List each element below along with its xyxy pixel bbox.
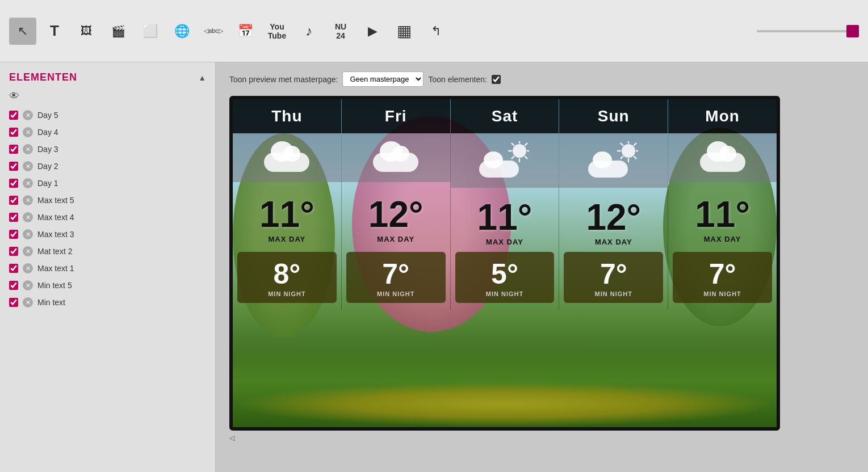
sidebar: ELEMENTEN ▲ 👁 ✕Day 5✕Day 4✕Day 3✕Day 2✕D… — [0, 62, 216, 472]
ticker-tool[interactable]: ◁abc▷ — [200, 18, 227, 45]
weather-col-fri: Fri 12° MAX DAY 7° MIN NIGHT — [342, 99, 451, 310]
layer-label-maxtext5: Max text 5 — [37, 196, 74, 205]
night-box-thu: 8° MIN NIGHT — [237, 252, 337, 303]
layer-remove-maxtext1[interactable]: ✕ — [23, 263, 33, 273]
layer-checkbox-maxtext5[interactable] — [9, 196, 18, 205]
svg-line-17 — [634, 144, 636, 146]
video-tool[interactable]: 🎬 — [104, 18, 132, 45]
layer-remove-maxtext5[interactable]: ✕ — [23, 195, 33, 205]
temp-area-mon: 11° MAX DAY — [695, 182, 750, 252]
layer-remove-day4[interactable]: ✕ — [23, 127, 33, 137]
layer-remove-day2[interactable]: ✕ — [23, 161, 33, 171]
arrow-tool[interactable]: ↰ — [422, 18, 450, 45]
max-temp-thu: 11° — [259, 196, 315, 233]
max-label-sat: MAX DAY — [486, 238, 523, 246]
layer-item-maxtext4[interactable]: ✕Max text 4 — [0, 209, 215, 226]
cloud-icon — [264, 144, 309, 172]
min-temp-sat: 5° — [491, 260, 518, 288]
select-tool[interactable]: ↖ — [9, 18, 36, 45]
visibility-icon[interactable]: 👁 — [0, 90, 215, 107]
layer-item-day3[interactable]: ✕Day 3 — [0, 141, 215, 158]
max-label-sun: MAX DAY — [595, 238, 632, 246]
max-temp-fri: 12° — [368, 196, 423, 233]
layer-label-day1: Day 1 — [37, 179, 58, 188]
layer-item-day2[interactable]: ✕Day 2 — [0, 158, 215, 175]
sidebar-title: ELEMENTEN — [9, 71, 77, 83]
clock-tool[interactable]: NU24 — [327, 18, 354, 45]
layer-checkbox-maxtext3[interactable] — [9, 230, 18, 239]
layer-item-day4[interactable]: ✕Day 4 — [0, 124, 215, 141]
layer-item-maxtext5[interactable]: ✕Max text 5 — [0, 192, 215, 209]
layer-item-maxtext1[interactable]: ✕Max text 1 — [0, 260, 215, 277]
zoom-slider-thumb[interactable] — [846, 25, 859, 37]
svg-line-6 — [512, 144, 514, 146]
layer-remove-maxtext4[interactable]: ✕ — [23, 212, 33, 222]
weather-col-sun: Sun 12° MAX DAY 7° MIN NIGHT — [559, 99, 668, 310]
layer-item-mintext5[interactable]: ✕Min text 5 — [0, 277, 215, 294]
min-label-sun: MIN NIGHT — [595, 290, 632, 297]
min-temp-thu: 8° — [273, 260, 300, 288]
min-label-thu: MIN NIGHT — [268, 290, 305, 297]
layer-checkbox-day2[interactable] — [9, 162, 18, 171]
text-tool[interactable]: T — [41, 18, 68, 45]
layer-checkbox-day1[interactable] — [9, 179, 18, 188]
layer-checkbox-mintext[interactable] — [9, 298, 18, 307]
masterpage-select[interactable]: Geen masterpage — [342, 71, 423, 87]
screen-tool[interactable]: ⬜ — [136, 18, 163, 45]
sun-cloud-icon — [479, 144, 530, 178]
layer-label-maxtext3: Max text 3 — [37, 230, 74, 239]
svg-point-0 — [513, 144, 526, 158]
cloud-icon — [373, 144, 418, 172]
svg-line-2 — [525, 157, 527, 159]
web-tool[interactable]: 🌐 — [168, 18, 195, 45]
music-tool[interactable]: ♪ — [295, 18, 322, 45]
layer-label-mattext2: Mat text 2 — [37, 247, 72, 256]
sidebar-collapse-button[interactable]: ▲ — [198, 73, 206, 82]
layer-checkbox-day5[interactable] — [9, 111, 18, 120]
layer-checkbox-mattext2[interactable] — [9, 247, 18, 256]
layer-remove-mattext2[interactable]: ✕ — [23, 246, 33, 256]
svg-line-13 — [620, 157, 623, 159]
yellow-flowers — [233, 382, 777, 427]
layer-checkbox-day3[interactable] — [9, 145, 18, 154]
layer-remove-mintext5[interactable]: ✕ — [23, 280, 33, 290]
layer-remove-mintext[interactable]: ✕ — [23, 297, 33, 307]
day-header-sat: Sat — [451, 99, 559, 133]
temp-area-thu: 11° MAX DAY — [259, 182, 315, 252]
layer-remove-day1[interactable]: ✕ — [23, 178, 33, 188]
zoom-slider[interactable] — [757, 30, 859, 32]
weather-col-mon: Mon 11° MAX DAY 7° MIN NIGHT — [668, 99, 777, 310]
weather-icon-area-sat — [451, 133, 559, 188]
weather-icon-area-mon — [668, 133, 777, 182]
day-header-thu: Thu — [233, 99, 341, 133]
layer-item-day5[interactable]: ✕Day 5 — [0, 107, 215, 124]
temp-area-sun: 12° MAX DAY — [586, 188, 641, 252]
qr-tool[interactable]: ▦ — [391, 18, 418, 45]
youtube-tool[interactable]: YouTube — [263, 18, 291, 45]
layer-remove-day3[interactable]: ✕ — [23, 144, 33, 154]
play-tool[interactable]: ▶ — [359, 18, 386, 45]
svg-line-11 — [634, 157, 636, 159]
layer-item-day1[interactable]: ✕Day 1 — [0, 175, 215, 192]
layer-checkbox-mintext5[interactable] — [9, 281, 18, 290]
layer-checkbox-day4[interactable] — [9, 128, 18, 137]
show-elements-checkbox[interactable] — [492, 75, 501, 84]
night-box-fri: 7° MIN NIGHT — [346, 252, 446, 303]
sidebar-header: ELEMENTEN ▲ — [0, 71, 215, 90]
image-tool[interactable]: 🖼 — [73, 18, 100, 45]
layer-item-mintext[interactable]: ✕Min text — [0, 294, 215, 311]
layer-checkbox-maxtext4[interactable] — [9, 213, 18, 222]
layer-remove-maxtext3[interactable]: ✕ — [23, 229, 33, 239]
layer-checkbox-maxtext1[interactable] — [9, 264, 18, 273]
sun-cloud-icon — [588, 144, 639, 178]
weather-col-sat: Sat 11° MAX DAY 5° MIN NIGHT — [451, 99, 560, 310]
content-topbar: Toon preview met masterpage: Geen master… — [229, 71, 854, 87]
max-label-mon: MAX DAY — [704, 235, 741, 243]
cloud-icon — [700, 144, 745, 172]
layer-remove-day5[interactable]: ✕ — [23, 110, 33, 120]
svg-point-9 — [622, 144, 635, 158]
layer-label-mintext: Min text — [37, 298, 65, 307]
layer-item-maxtext3[interactable]: ✕Max text 3 — [0, 226, 215, 243]
layer-item-mattext2[interactable]: ✕Mat text 2 — [0, 243, 215, 260]
calendar-tool[interactable]: 📅 — [232, 18, 259, 45]
